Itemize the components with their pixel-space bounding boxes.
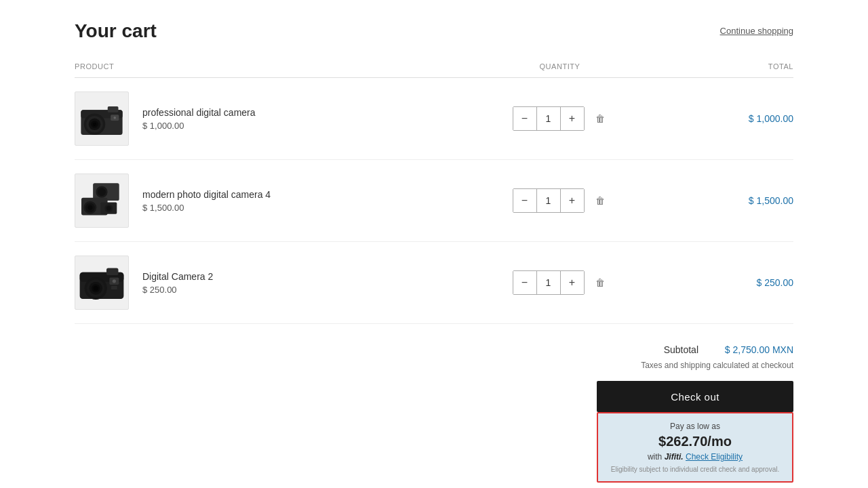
svg-rect-22: [106, 268, 119, 276]
delete-item-button[interactable]: 🗑: [593, 110, 608, 127]
quantity-decrease-button[interactable]: −: [513, 189, 536, 212]
product-cell: modern photo digital camera 4 $ 1,500.00: [75, 174, 470, 228]
product-cell: professional digital camera $ 1,000.00: [75, 92, 470, 146]
item-total: $ 250.00: [650, 242, 793, 324]
product-column-header: PRODUCT: [75, 62, 470, 78]
cart-summary: Subtotal $ 2,750.00 MXN Taxes and shippi…: [75, 344, 793, 483]
quantity-control: − 1 +: [513, 106, 585, 131]
svg-rect-30: [111, 286, 117, 289]
delete-item-button[interactable]: 🗑: [593, 192, 608, 209]
quantity-increase-button[interactable]: +: [561, 271, 584, 294]
jifiti-eligibility-link[interactable]: Check Eligibility: [686, 452, 743, 462]
quantity-value: 1: [536, 189, 561, 212]
svg-rect-2: [108, 106, 119, 113]
svg-point-12: [98, 188, 106, 196]
page-title: Your cart: [75, 20, 157, 42]
product-price: $ 1,500.00: [142, 203, 271, 213]
delete-item-button[interactable]: 🗑: [593, 274, 608, 291]
total-column-header: TOTAL: [650, 62, 793, 78]
quantity-control: − 1 +: [513, 188, 585, 213]
subtotal-value: $ 2,750.00 MXN: [712, 344, 793, 355]
product-name: Digital Camera 2: [142, 271, 213, 282]
tax-note: Taxes and shipping calculated at checkou…: [641, 361, 793, 370]
checkout-button[interactable]: Check out: [597, 381, 793, 412]
subtotal-label: Subtotal: [664, 344, 698, 355]
product-info: modern photo digital camera 4 $ 1,500.00: [142, 189, 271, 213]
quantity-wrapper: − 1 + 🗑: [470, 270, 650, 295]
product-image: [75, 174, 129, 228]
cart-header: Your cart Continue shopping: [75, 20, 793, 42]
quantity-control: − 1 +: [513, 270, 585, 295]
svg-point-9: [114, 117, 117, 119]
item-total: $ 1,500.00: [650, 160, 793, 242]
product-info: Digital Camera 2 $ 250.00: [142, 271, 213, 295]
item-total: $ 1,000.00: [650, 78, 793, 160]
product-cell: Digital Camera 2 $ 250.00: [75, 256, 470, 310]
quantity-decrease-button[interactable]: −: [513, 107, 536, 130]
product-image: [75, 92, 129, 146]
svg-point-7: [93, 123, 96, 126]
quantity-wrapper: − 1 + 🗑: [470, 106, 650, 131]
product-name: modern photo digital camera 4: [142, 189, 271, 200]
product-name: professional digital camera: [142, 107, 256, 118]
table-row: Digital Camera 2 $ 250.00 − 1 + 🗑 $ 250.…: [75, 242, 793, 324]
quantity-decrease-button[interactable]: −: [513, 271, 536, 294]
quantity-column-header: QUANTITY: [470, 62, 650, 78]
svg-point-27: [94, 286, 98, 291]
quantity-value: 1: [536, 271, 561, 294]
product-image: [75, 256, 129, 310]
jifiti-with-row: with Jifiti. Check Eligibility: [609, 452, 781, 462]
quantity-increase-button[interactable]: +: [561, 189, 584, 212]
table-header-row: PRODUCT QUANTITY TOTAL: [75, 62, 793, 78]
continue-shopping-link[interactable]: Continue shopping: [720, 20, 793, 36]
svg-point-19: [106, 206, 111, 211]
product-price: $ 250.00: [142, 285, 213, 295]
quantity-increase-button[interactable]: +: [561, 107, 584, 130]
jifiti-amount: $262.70/mo: [609, 434, 781, 449]
product-price: $ 1,000.00: [142, 121, 256, 131]
jifiti-with-text: with: [648, 452, 662, 462]
quantity-value: 1: [536, 107, 561, 130]
product-info: professional digital camera $ 1,000.00: [142, 107, 256, 131]
table-row: modern photo digital camera 4 $ 1,500.00…: [75, 160, 793, 242]
svg-point-16: [87, 205, 92, 210]
jifiti-disclaimer: Eligibility subject to individual credit…: [609, 466, 781, 473]
checkout-actions: Check out Pay as low as $262.70/mo with …: [597, 381, 793, 483]
jifiti-widget: Pay as low as $262.70/mo with Jifiti. Ch…: [597, 412, 793, 483]
svg-point-29: [113, 279, 116, 283]
jifiti-brand: Jifiti.: [665, 452, 684, 462]
jifiti-pay-as-label: Pay as low as: [609, 422, 781, 431]
cart-table: PRODUCT QUANTITY TOTAL: [75, 62, 793, 324]
table-row: professional digital camera $ 1,000.00 −…: [75, 78, 793, 160]
subtotal-row: Subtotal $ 2,750.00 MXN: [664, 344, 793, 355]
quantity-wrapper: − 1 + 🗑: [470, 188, 650, 213]
